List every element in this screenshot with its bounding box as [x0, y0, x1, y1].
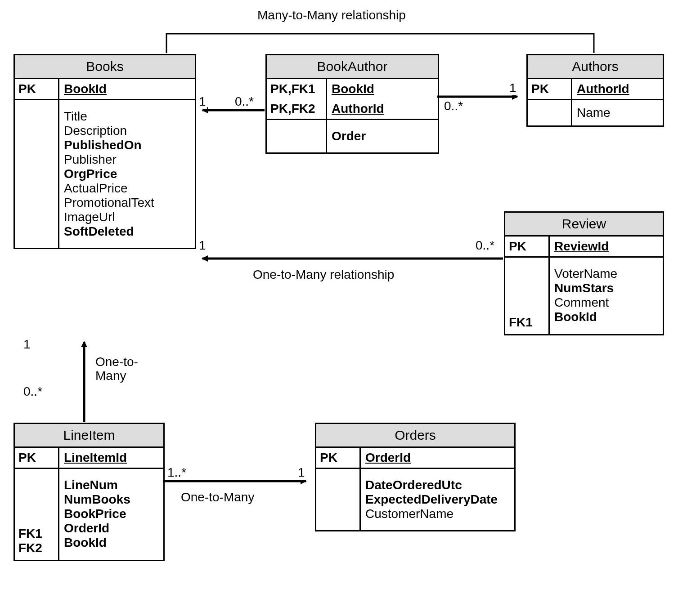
attr-row: Order: [267, 119, 438, 152]
cardinality: 1: [297, 465, 306, 480]
one-to-many-label: One-to- Many: [94, 355, 139, 383]
cardinality: 1..*: [166, 465, 187, 480]
entity-title: Books: [15, 55, 195, 79]
entity-books: Books PK BookId Title Description Publis…: [13, 54, 196, 249]
cardinality: 0..*: [22, 384, 43, 399]
entity-title: Review: [505, 213, 663, 237]
pk-row: PK,FK2 AuthorId: [267, 99, 438, 119]
cardinality: 1: [198, 94, 207, 109]
cardinality: 0..*: [475, 238, 495, 253]
entity-review: Review PK ReviewId FK1 VoterName NumStar…: [504, 211, 664, 335]
pk-row: PK LineItemId: [15, 448, 163, 468]
entity-title: Orders: [316, 424, 514, 448]
cardinality: 0..*: [234, 94, 255, 109]
one-to-many-label: One-to-Many relationship: [252, 268, 395, 282]
pk-row: PK OrderId: [316, 448, 514, 468]
cardinality: 1: [22, 337, 31, 352]
pk-row: PK AuthorId: [528, 79, 663, 99]
cardinality: 1: [508, 81, 517, 95]
pk-row: PK ReviewId: [505, 237, 663, 256]
entity-authors: Authors PK AuthorId Name: [526, 54, 664, 127]
entity-orders: Orders PK OrderId DateOrderedUtc Expecte…: [315, 423, 516, 531]
entity-title: BookAuthor: [267, 55, 438, 79]
er-diagram: Many-to-Many relationship Books PK BookI…: [0, 0, 678, 616]
pk-row: PK BookId: [15, 79, 195, 99]
cardinality: 0..*: [443, 99, 464, 113]
entity-title: Authors: [528, 55, 663, 79]
attrs-row: FK1 FK2 LineNum NumBooks BookPrice Order…: [15, 468, 163, 560]
attrs-row: Title Description PublishedOn Publisher …: [15, 99, 195, 248]
many-to-many-label: Many-to-Many relationship: [256, 8, 407, 22]
pk-row: PK,FK1 BookId: [267, 79, 438, 99]
cardinality: 1: [198, 238, 207, 253]
one-to-many-label: One-to-Many: [180, 490, 255, 504]
entity-lineitem: LineItem PK LineItemId FK1 FK2 LineNum N…: [13, 423, 165, 561]
attr-row: Name: [528, 99, 663, 125]
entity-title: LineItem: [15, 424, 163, 448]
attrs-row: DateOrderedUtc ExpectedDeliveryDate Cust…: [316, 468, 514, 530]
attrs-row: FK1 VoterName NumStars Comment BookId: [505, 256, 663, 334]
entity-bookauthor: BookAuthor PK,FK1 BookId PK,FK2 AuthorId…: [265, 54, 439, 154]
